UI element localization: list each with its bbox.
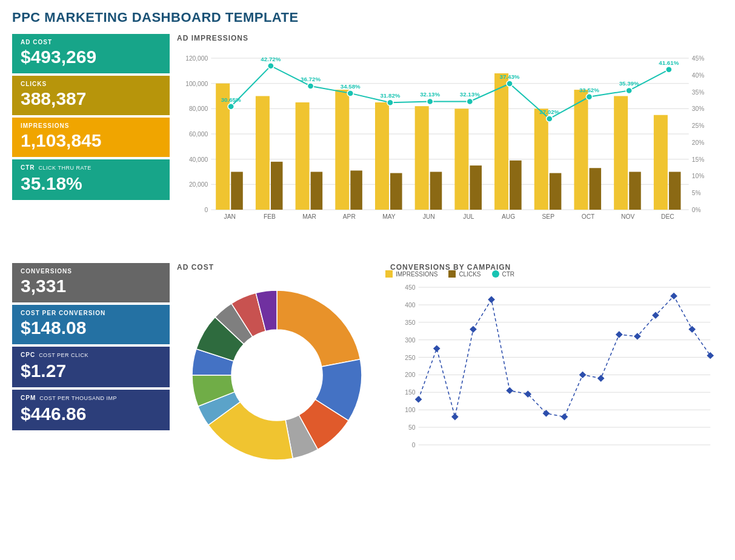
dashboard: PPC MARKETING DASHBOARD TEMPLATE AD COST… — [0, 0, 735, 487]
svg-text:MAY: MAY — [382, 213, 396, 220]
svg-text:120,000: 120,000 — [185, 55, 208, 62]
svg-text:25%: 25% — [692, 122, 704, 129]
svg-rect-58 — [669, 172, 681, 210]
svg-text:100,000: 100,000 — [185, 81, 208, 87]
svg-text:37.43%: 37.43% — [500, 73, 520, 80]
ad-cost-area: AD COST — [177, 263, 383, 478]
svg-text:300: 300 — [405, 337, 416, 344]
svg-rect-36 — [375, 102, 389, 210]
svg-rect-37 — [390, 173, 402, 210]
svg-text:5%: 5% — [692, 190, 701, 196]
svg-text:0: 0 — [412, 442, 416, 448]
svg-text:10%: 10% — [692, 173, 704, 180]
svg-text:15%: 15% — [692, 156, 704, 163]
svg-point-76 — [547, 116, 553, 122]
svg-text:OCT: OCT — [582, 213, 595, 220]
svg-rect-106 — [451, 413, 459, 420]
svg-point-78 — [586, 94, 592, 100]
svg-rect-55 — [629, 172, 641, 210]
kpi-cpc-label: CPC — [21, 352, 35, 358]
kpi-ad-cost-label: AD COST — [21, 39, 161, 45]
ad-impressions-title: AD IMPRESSIONS — [177, 34, 723, 42]
svg-text:AUG: AUG — [502, 213, 515, 220]
svg-rect-113 — [579, 372, 587, 378]
chart-legend: IMPRESSIONS CLICKS CTR — [177, 270, 723, 278]
svg-text:400: 400 — [405, 302, 416, 308]
svg-rect-57 — [654, 115, 668, 210]
svg-point-62 — [268, 63, 274, 69]
svg-rect-108 — [488, 296, 495, 303]
svg-text:30.65%: 30.65% — [221, 96, 241, 103]
svg-text:32.13%: 32.13% — [460, 92, 480, 98]
kpi-cpc-conv-value: $148.08 — [21, 318, 161, 338]
kpi-ctr-sublabel: CLICK THRU RATE — [39, 165, 91, 171]
svg-text:APR: APR — [343, 213, 356, 220]
kpi-ctr-label: CTR — [21, 164, 35, 171]
svg-rect-112 — [561, 413, 568, 420]
svg-text:DEC: DEC — [661, 213, 674, 220]
ad-impressions-area: AD IMPRESSIONS 020,00040,00060,00080,000… — [177, 34, 723, 252]
svg-text:0%: 0% — [692, 207, 701, 213]
kpi-cpm-label: CPM — [21, 395, 36, 401]
donut-chart — [177, 275, 377, 475]
kpi-ctr-value: 35.18% — [21, 173, 161, 194]
svg-text:40%: 40% — [692, 72, 704, 79]
svg-text:MAR: MAR — [302, 213, 316, 220]
kpi-cards-top: AD COST $493,269 CLICKS 388,387 IMPRESSI… — [12, 34, 170, 252]
svg-point-64 — [307, 83, 313, 89]
svg-rect-31 — [311, 172, 323, 210]
conversions-chart: 050100150200250300350400450 — [390, 275, 723, 475]
kpi-cpm-sublabel: COST PER THOUSAND IMP — [39, 395, 117, 401]
svg-text:33.52%: 33.52% — [579, 87, 599, 93]
svg-point-60 — [228, 104, 234, 110]
svg-text:40,000: 40,000 — [189, 156, 208, 163]
legend-clicks-label: CLICKS — [459, 271, 481, 278]
svg-text:60,000: 60,000 — [189, 131, 208, 138]
kpi-cpc-sublabel: COST PER CLICK — [39, 352, 88, 358]
svg-text:0: 0 — [205, 207, 208, 213]
svg-rect-52 — [590, 168, 602, 210]
svg-text:JUL: JUL — [463, 213, 474, 220]
kpi-clicks-value: 388,387 — [21, 88, 161, 109]
svg-rect-34 — [350, 170, 362, 210]
kpi-conversions-value: 3,331 — [21, 276, 161, 296]
svg-rect-33 — [335, 90, 349, 210]
svg-rect-40 — [430, 172, 442, 210]
kpi-impressions: IMPRESSIONS 1,103,845 — [12, 118, 170, 157]
svg-text:SEP: SEP — [542, 213, 555, 220]
svg-rect-109 — [506, 387, 513, 394]
ad-impressions-chart: 020,00040,00060,00080,000100,000120,0000… — [177, 46, 723, 252]
svg-text:FEB: FEB — [264, 213, 276, 220]
svg-rect-48 — [534, 108, 548, 210]
kpi-cpc-conv-label: COST PER CONVERSION — [21, 310, 161, 316]
svg-text:80,000: 80,000 — [189, 105, 208, 112]
svg-rect-25 — [231, 172, 243, 210]
svg-text:35.39%: 35.39% — [619, 80, 639, 87]
svg-text:30%: 30% — [692, 105, 704, 112]
kpi-cpm-value: $446.86 — [21, 404, 161, 424]
svg-rect-118 — [670, 293, 677, 299]
svg-text:41.61%: 41.61% — [659, 59, 679, 66]
svg-text:250: 250 — [405, 355, 416, 361]
svg-rect-120 — [707, 352, 714, 359]
svg-rect-105 — [433, 345, 441, 352]
svg-text:100: 100 — [405, 407, 416, 413]
kpi-conversions: CONVERSIONS 3,331 — [12, 263, 170, 302]
svg-text:32.13%: 32.13% — [420, 92, 440, 98]
svg-rect-104 — [415, 396, 422, 402]
svg-rect-51 — [574, 90, 588, 210]
svg-text:35%: 35% — [692, 89, 704, 96]
svg-rect-111 — [542, 410, 550, 416]
svg-text:JAN: JAN — [224, 213, 236, 220]
svg-point-66 — [347, 90, 353, 96]
svg-text:JUN: JUN — [423, 213, 435, 220]
svg-text:NOV: NOV — [621, 213, 634, 220]
svg-text:50: 50 — [408, 424, 416, 431]
svg-text:350: 350 — [405, 319, 416, 326]
svg-point-72 — [467, 99, 473, 105]
svg-text:20%: 20% — [692, 139, 704, 146]
bottom-section: CONVERSIONS 3,331 COST PER CONVERSION $1… — [12, 263, 723, 478]
svg-rect-115 — [616, 331, 623, 338]
svg-rect-45 — [494, 73, 508, 210]
kpi-clicks-label: CLICKS — [21, 81, 161, 87]
